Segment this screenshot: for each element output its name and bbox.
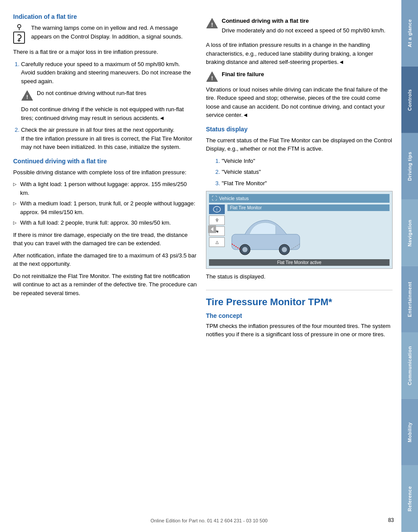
step2-sub-p: If the tire inflation pressure in all ti…: [21, 134, 197, 151]
section2-para2: After notification, inflate the damaged …: [13, 251, 197, 268]
sidebar-tab-driving-tips[interactable]: Driving tips: [401, 133, 418, 200]
status-step2-text: "Vehicle status": [222, 169, 261, 175]
svg-text:!: !: [211, 22, 213, 28]
tire-icon-small: ⚲: [17, 24, 22, 31]
step1-subtext: Avoid sudden braking and steering maneuv…: [13, 68, 197, 122]
section1-intro: There is a flat tire or a major loss in …: [13, 48, 197, 56]
sidebar-tab-at-glance[interactable]: At a glance: [401, 0, 418, 67]
section2-intro: Possible driving distance with complete …: [13, 168, 197, 177]
at-glance-label: At a glance: [407, 19, 412, 47]
warning-triangle-icon-3: !: [206, 70, 218, 83]
status-step1-text: "Vehicle Info": [222, 158, 255, 164]
right-column: ! Continued driving with a flat tire Dri…: [206, 13, 393, 519]
continued-para1: Drive moderately and do not exceed a spe…: [222, 26, 386, 35]
entertainment-label: Entertainment: [407, 282, 412, 317]
status-step-2: "Vehicle status": [222, 168, 393, 176]
sidebar-tab-navigation[interactable]: Navigation: [401, 200, 418, 266]
section2-para1: If there is minor tire damage, especiall…: [13, 231, 197, 248]
status-step3-text: "Flat Tire Monitor": [222, 180, 267, 187]
section1-title: Indication of a flat tire: [13, 13, 197, 20]
sidebar-tab-controls[interactable]: Controls: [401, 67, 418, 133]
mobility-label: Mobility: [407, 422, 412, 442]
warning-triangle-icon: !: [21, 89, 33, 102]
final-failure-title: Final tire failure: [222, 70, 264, 79]
concept-title: The concept: [206, 312, 393, 319]
final-failure-content: Final tire failure: [222, 70, 264, 80]
status-intro: The current status of the Flat Tire Moni…: [206, 136, 393, 153]
icon-item-2: ⚲: [209, 215, 225, 225]
continued-para2: A loss of tire inflation pressure result…: [206, 41, 393, 67]
continued-icon-text: Continued driving with a flat tire: [222, 17, 386, 25]
continued-driving-box: ! Continued driving with a flat tire Dri…: [206, 17, 393, 38]
navigation-label: Navigation: [407, 219, 412, 246]
ftm-label: Flat Tire Monitor: [227, 204, 390, 211]
steps-list: Carefully reduce your speed to a maximum…: [13, 60, 197, 151]
caution-box-1: ! Do not continue driving without run-fl…: [21, 89, 197, 102]
status-display-body: ! ⚲ ⇆ △ Flat Tire Monitor: [209, 204, 390, 257]
sidebar-tab-entertainment[interactable]: Entertainment: [401, 266, 418, 333]
final-failure-text: Vibrations or loud noises while driving …: [206, 85, 393, 120]
warning-triangle-icon-2: !: [206, 17, 218, 29]
left-column: Indication of a flat tire ⚲ ⚳ The warnin…: [13, 13, 197, 519]
step-2: Check the air pressure in all four tires…: [21, 126, 197, 151]
continued-section: Continued driving with a flat tire Possi…: [13, 158, 197, 298]
status-displayed-text: The status is displayed.: [206, 272, 393, 281]
tire-icon-large: ⚳: [13, 32, 25, 44]
status-footer-badge: Flat Tire Monitor active: [209, 259, 390, 266]
bullet-1-text: With a light load: 1 person without lugg…: [20, 181, 187, 196]
tire-icons: ⚲ ⚳: [13, 24, 25, 44]
svg-point-12: [282, 247, 287, 252]
controls-label: Controls: [407, 89, 412, 110]
caution-subtext-1: Do not continue driving if the vehicle i…: [21, 105, 197, 122]
nav-arrow[interactable]: [208, 225, 216, 235]
car-illustration: [227, 212, 304, 256]
status-car-area: Flat Tire Monitor: [227, 204, 390, 257]
bullet-3: With a full load: 2 people, trunk full: …: [13, 218, 197, 227]
bullet-2-text: With a medium load: 1 person, trunk full…: [20, 200, 195, 215]
tpm-title: Tire Pressure Monitor TPM*: [206, 290, 393, 308]
step2-subtext: If the tire inflation pressure in all ti…: [13, 134, 197, 151]
status-header-text: Vehicle status: [219, 196, 249, 201]
bullet-2: With a medium load: 1 person, trunk full…: [13, 199, 197, 216]
svg-text:!: !: [216, 208, 217, 211]
svg-text:!: !: [26, 94, 28, 100]
bullet-3-text: With a full load: 2 people, trunk full: …: [20, 219, 171, 226]
section2-para3: Do not reinitialize the Flat Tire Monito…: [13, 272, 197, 298]
warning-text: The warning lamps come on in yellow and …: [31, 24, 197, 41]
status-title: Status display: [206, 126, 393, 133]
final-failure-box: ! Final tire failure: [206, 70, 393, 83]
status-step-1: "Vehicle Info": [222, 157, 393, 166]
svg-text:!: !: [211, 75, 213, 81]
step-1: Carefully reduce your speed to a maximum…: [21, 60, 197, 123]
warning-icon-area: ⚲ ⚳ The warning lamps come on in yellow …: [13, 24, 197, 44]
icon-item-4: △: [209, 237, 225, 247]
sidebar-tab-mobility[interactable]: Mobility: [401, 399, 418, 465]
status-steps: "Vehicle Info" "Vehicle status" "Flat Ti…: [214, 157, 393, 188]
status-footer-text: Flat Tire Monitor active: [277, 260, 321, 265]
ftm-icon: !: [209, 204, 225, 214]
step1-text: Carefully reduce your speed to a maximum…: [21, 61, 180, 67]
status-step-3: "Flat Tire Monitor": [222, 179, 393, 188]
svg-point-10: [242, 247, 248, 252]
bullet-1: With a light load: 1 person without lugg…: [13, 180, 197, 197]
reference-label: Reference: [407, 486, 412, 511]
communication-label: Communication: [407, 346, 412, 386]
driving-tips-label: Driving tips: [407, 151, 412, 181]
section2-title: Continued driving with a flat tire: [13, 158, 197, 165]
concept-text: TPM checks the inflation pressures of th…: [206, 322, 393, 339]
step1-sub-p: Avoid sudden braking and steering maneuv…: [21, 68, 197, 85]
continued-driving-content: Continued driving with a flat tire Drive…: [222, 17, 386, 38]
caution-text-1: Do not continue driving without run-flat…: [37, 89, 146, 98]
sidebar-tab-communication[interactable]: Communication: [401, 332, 418, 399]
sidebar: At a glance Controls Driving tips Naviga…: [401, 0, 418, 532]
bullet-list: With a light load: 1 person without lugg…: [13, 180, 197, 227]
step2-text: Check the air pressure in all four tires…: [21, 127, 174, 133]
page-footer: Online Edition for Part no. 01 41 2 604 …: [0, 518, 418, 523]
status-display-header: ⛶ Vehicle status: [209, 194, 390, 203]
status-display: ⛶ Vehicle status ! ⚲ ⇆ △: [206, 191, 393, 269]
